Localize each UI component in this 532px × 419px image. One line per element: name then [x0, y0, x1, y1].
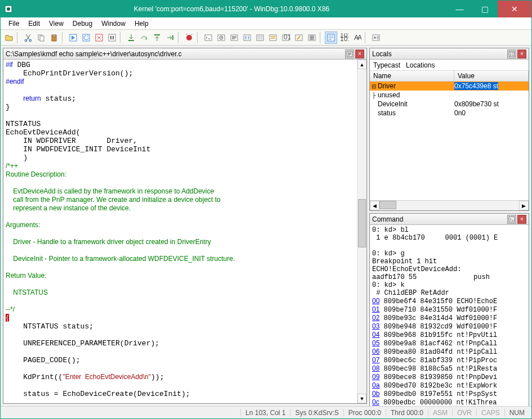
svg-rect-24 — [245, 36, 247, 39]
locals-locations[interactable]: Locations — [406, 61, 435, 69]
status-ovr: OVR — [452, 409, 476, 417]
svg-rect-29 — [271, 38, 275, 39]
app-icon — [4, 4, 13, 13]
open-icon[interactable] — [3, 31, 15, 44]
menu-file[interactable]: File — [4, 19, 24, 29]
cut-icon[interactable] — [22, 31, 34, 44]
status-num: NUM — [504, 409, 529, 417]
restart-icon[interactable] — [80, 31, 92, 44]
status-caps: CAPS — [476, 409, 504, 417]
svg-rect-7 — [53, 34, 55, 36]
svg-point-3 — [29, 39, 32, 42]
proc-icon[interactable] — [306, 31, 318, 44]
scratch-icon[interactable] — [293, 31, 305, 44]
svg-rect-13 — [113, 36, 114, 39]
cmd-window-icon[interactable] — [202, 31, 214, 44]
locals-menu-icon[interactable] — [507, 49, 516, 58]
stop-icon[interactable] — [93, 31, 105, 44]
locals-pane: Locals × Typecast Locations Name Value ⊟… — [369, 48, 529, 211]
watch-icon[interactable] — [215, 31, 227, 44]
locals-subheader: Typecast Locations — [370, 60, 529, 71]
svg-rect-14 — [128, 40, 134, 41]
svg-point-2 — [25, 39, 27, 42]
source-path: C:\Samples\kmdf echo sample\c++\driver\a… — [6, 50, 344, 58]
status-sys: Sys 0:KdSrv:S — [290, 409, 343, 417]
source-close-icon[interactable]: × — [355, 49, 364, 58]
svg-text:01: 01 — [284, 33, 290, 41]
locals-icon[interactable] — [228, 31, 240, 44]
source-scrollbar[interactable]: ▲ ▼ — [357, 60, 366, 403]
svg-text:A: A — [357, 34, 361, 42]
status-proc: Proc 000:0 — [343, 409, 386, 417]
source-code[interactable]: #if DBG EchoPrintDriverVersion(); #endif… — [3, 60, 366, 403]
toolbar: 01 101101 AA — [1, 30, 531, 46]
svg-rect-16 — [172, 35, 173, 40]
table-row[interactable]: ├ unused — [370, 91, 529, 100]
source-mode-icon[interactable] — [325, 31, 337, 44]
step-out-icon[interactable] — [151, 31, 163, 44]
svg-rect-23 — [244, 35, 251, 40]
close-button[interactable]: ✕ — [498, 1, 531, 17]
run-to-cursor-icon[interactable] — [164, 31, 176, 44]
titlebar: Kernel 'com:port=com6,baud=115200' - Win… — [1, 1, 531, 17]
break-icon[interactable] — [106, 31, 118, 44]
paste-icon[interactable] — [48, 31, 60, 44]
disasm-icon[interactable]: 01 — [280, 31, 292, 44]
command-close-icon[interactable]: × — [517, 215, 526, 224]
status-thrd: Thrd 000:0 — [386, 409, 428, 417]
locals-col-value[interactable]: Value — [454, 71, 529, 81]
locals-hscroll[interactable]: ◀▶ — [370, 200, 529, 210]
command-menu-icon[interactable] — [507, 215, 516, 224]
svg-point-1 — [7, 7, 10, 11]
step-over-icon[interactable] — [138, 31, 150, 44]
menu-view[interactable]: View — [44, 19, 68, 29]
svg-point-43 — [510, 52, 511, 53]
step-into-icon[interactable] — [125, 31, 137, 44]
svg-point-21 — [221, 37, 222, 38]
svg-rect-12 — [110, 36, 111, 39]
svg-rect-11 — [109, 34, 115, 41]
svg-point-44 — [510, 55, 511, 56]
table-row[interactable]: ⊟Driver0x75c439e8 st — [370, 82, 529, 91]
svg-rect-18 — [205, 35, 212, 40]
callstack-icon[interactable] — [267, 31, 279, 44]
svg-point-40 — [374, 37, 376, 39]
locals-col-name[interactable]: Name — [370, 71, 454, 81]
svg-rect-26 — [257, 35, 263, 40]
command-pane: Command × 0: kd> bl 1 e 8b4cb170 0001 (0… — [369, 213, 529, 406]
svg-point-17 — [186, 35, 192, 40]
status-asm: ASM — [428, 409, 452, 417]
binary-mode-icon[interactable]: 101101 — [338, 31, 350, 44]
svg-rect-28 — [271, 36, 275, 37]
svg-text:101: 101 — [340, 35, 348, 42]
statusbar: Ln 103, Col 1 Sys 0:KdSrv:S Proc 000:0 T… — [1, 406, 531, 418]
svg-rect-5 — [40, 36, 44, 41]
table-row[interactable]: status0n0 — [370, 109, 529, 118]
breakpoint-icon[interactable] — [183, 31, 195, 44]
font-icon[interactable]: AA — [351, 31, 363, 44]
source-pane: C:\Samples\kmdf echo sample\c++\driver\a… — [3, 48, 367, 404]
menu-window[interactable]: Window — [97, 19, 130, 29]
source-menu-icon[interactable] — [345, 49, 354, 58]
options-icon[interactable] — [370, 31, 382, 44]
window-title: Kernel 'com:port=com6,baud=115200' - Win… — [16, 5, 447, 13]
locals-close-icon[interactable]: × — [517, 49, 526, 58]
command-output[interactable]: 0: kd> bl 1 e 8b4cb170 0001 (0001) E 0: … — [370, 225, 529, 406]
command-title: Command — [372, 215, 506, 223]
svg-rect-45 — [509, 217, 515, 222]
memory-icon[interactable] — [254, 31, 266, 44]
registers-icon[interactable] — [241, 31, 253, 44]
menu-edit[interactable]: Edit — [24, 19, 44, 29]
menu-debug[interactable]: Debug — [68, 19, 97, 29]
svg-rect-25 — [248, 36, 249, 39]
table-row[interactable]: DeviceInit0x809be730 st — [370, 100, 529, 109]
locals-title: Locals — [372, 50, 506, 58]
menu-help[interactable]: Help — [130, 19, 153, 29]
maximize-button[interactable]: ▢ — [472, 1, 498, 17]
go-icon[interactable] — [67, 31, 79, 44]
svg-rect-15 — [154, 34, 160, 35]
menubar: File Edit View Debug Window Help — [1, 17, 531, 30]
locals-typecast[interactable]: Typecast — [373, 61, 400, 69]
copy-icon[interactable] — [35, 31, 47, 44]
minimize-button[interactable]: — — [447, 1, 472, 17]
